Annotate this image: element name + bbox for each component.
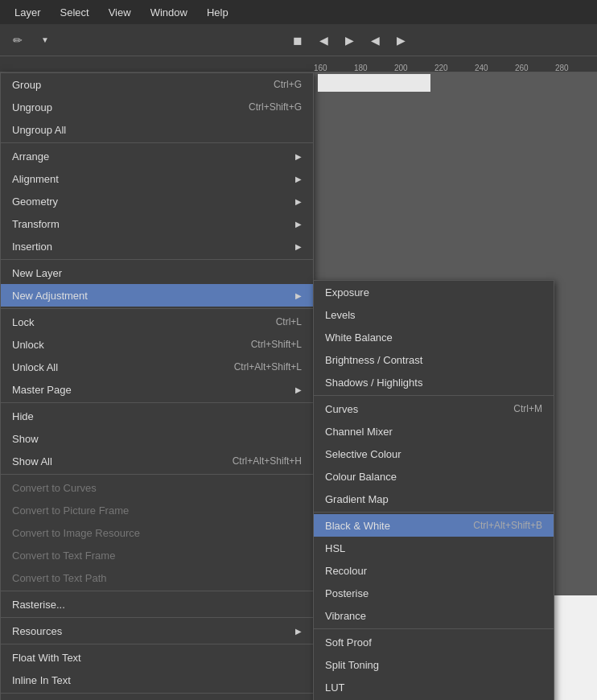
menu-item-convert-curves: Convert to Curves <box>1 476 313 499</box>
divider <box>1 142 313 143</box>
pencil-icon[interactable]: ✏ <box>6 29 29 51</box>
menu-view[interactable]: View <box>101 3 139 22</box>
menu-item-show[interactable]: Show <box>1 427 313 450</box>
ruler-tick: 160 <box>314 64 327 72</box>
arrow-icon: ▶ <box>295 152 302 161</box>
vibrance-label: Vibrance <box>325 610 366 622</box>
menu-select[interactable]: Select <box>52 3 97 22</box>
divider <box>1 402 313 403</box>
adj-shadows-highlights[interactable]: Shadows / Highlights <box>314 371 554 393</box>
menu-item-rasterise[interactable]: Rasterise... <box>1 593 313 616</box>
unlock-all-label: Unlock All <box>12 361 218 373</box>
channel-mixer-label: Channel Mixer <box>325 426 393 438</box>
adj-curves[interactable]: Curves Ctrl+M <box>314 397 554 420</box>
transform-label: Transform <box>12 218 295 230</box>
lut-label: LUT <box>325 681 345 694</box>
toolbar-btn-5[interactable]: ▶ <box>389 29 412 51</box>
convert-image-label: Convert to Image Resource <box>12 527 302 539</box>
toolbar-btn-2[interactable]: ◀ <box>312 29 335 51</box>
dropdown-icon[interactable]: ▼ <box>34 29 56 51</box>
layer-menu: Group Ctrl+G Ungroup Ctrl+Shift+G Ungrou… <box>0 72 314 700</box>
new-adjustment-label: New Adjustment <box>12 290 295 302</box>
show-all-label: Show All <box>12 455 216 467</box>
ruler-tick: 280 <box>555 64 569 72</box>
adj-colour-balance[interactable]: Colour Balance <box>314 465 554 488</box>
menu-item-master-page[interactable]: Master Page ▶ <box>1 378 313 401</box>
white-balance-label: White Balance <box>325 331 393 344</box>
menu-help[interactable]: Help <box>199 3 237 22</box>
ungroup-label: Ungroup <box>12 101 233 113</box>
menu-item-insertion[interactable]: Insertion ▶ <box>1 235 313 257</box>
adjustment-submenu: Exposure Levels White Balance Brightness… <box>313 280 554 700</box>
adj-selective-colour[interactable]: Selective Colour <box>314 443 554 465</box>
menu-item-float-text[interactable]: Float With Text <box>1 646 313 669</box>
menu-item-transform[interactable]: Transform ▶ <box>1 212 313 235</box>
adj-brightness-contrast[interactable]: Brightness / Contrast <box>314 348 554 371</box>
lock-label: Lock <box>12 316 260 328</box>
adj-recolour[interactable]: Recolour <box>314 559 554 582</box>
rasterise-label: Rasterise... <box>12 599 302 611</box>
menu-item-unlock-all[interactable]: Unlock All Ctrl+Alt+Shift+L <box>1 356 313 378</box>
show-label: Show <box>12 433 302 445</box>
adj-vibrance[interactable]: Vibrance <box>314 604 554 627</box>
toolbar-btn-3[interactable]: ▶ <box>338 29 360 51</box>
menu-item-hide[interactable]: Hide <box>1 405 313 427</box>
menu-item-show-all[interactable]: Show All Ctrl+Alt+Shift+H <box>1 450 313 472</box>
menu-item-ungroup-all[interactable]: Ungroup All <box>1 118 313 141</box>
curves-label: Curves <box>325 403 358 415</box>
adj-exposure[interactable]: Exposure <box>314 281 554 303</box>
ruler: 160 180 200 220 240 260 280 <box>0 56 597 72</box>
float-text-label: Float With Text <box>12 652 302 664</box>
menu-item-arrange[interactable]: Arrange ▶ <box>1 145 313 167</box>
adj-white-balance[interactable]: White Balance <box>314 326 554 348</box>
adj-hsl[interactable]: HSL <box>314 537 554 559</box>
menu-item-lock[interactable]: Lock Ctrl+L <box>1 311 313 333</box>
adj-gradient-map[interactable]: Gradient Map <box>314 488 554 510</box>
inline-text-label: Inline In Text <box>12 674 302 686</box>
menu-item-fill-mode[interactable]: Fill Mode ▶ <box>1 695 313 700</box>
menu-item-alignment[interactable]: Alignment ▶ <box>1 167 313 190</box>
soft-proof-label: Soft Proof <box>325 636 372 649</box>
menu-item-inline-text[interactable]: Inline In Text <box>1 669 313 691</box>
menu-item-convert-picture: Convert to Picture Frame <box>1 499 313 521</box>
menu-item-group[interactable]: Group Ctrl+G <box>1 73 313 96</box>
arrow-icon: ▶ <box>295 385 302 394</box>
adj-black-white[interactable]: Black & White Ctrl+Alt+Shift+B <box>314 514 554 537</box>
arrow-icon: ▶ <box>295 242 302 251</box>
menu-item-geometry[interactable]: Geometry ▶ <box>1 190 313 212</box>
master-page-label: Master Page <box>12 384 295 396</box>
menu-item-new-adjustment[interactable]: New Adjustment ▶ <box>1 284 313 307</box>
toolbar-btn-1[interactable]: ◼ <box>286 29 309 51</box>
adj-posterise[interactable]: Posterise <box>314 582 554 604</box>
menu-item-new-layer[interactable]: New Layer <box>1 261 313 284</box>
adj-levels[interactable]: Levels <box>314 303 554 326</box>
ruler-ticks: 160 180 200 220 240 260 280 <box>314 56 597 72</box>
menu-window[interactable]: Window <box>142 3 196 22</box>
toolbar-btn-4[interactable]: ◀ <box>364 29 386 51</box>
menu-layer[interactable]: Layer <box>6 3 49 22</box>
adj-divider <box>314 628 554 629</box>
group-shortcut: Ctrl+G <box>274 79 302 90</box>
unlock-all-shortcut: Ctrl+Alt+Shift+L <box>234 361 302 373</box>
divider <box>1 308 313 309</box>
menu-bar: Layer Select View Window Help <box>0 0 597 24</box>
adj-soft-proof[interactable]: Soft Proof <box>314 631 554 653</box>
ungroup-all-label: Ungroup All <box>12 124 302 136</box>
adj-lut[interactable]: LUT <box>314 676 554 698</box>
menu-item-ungroup[interactable]: Ungroup Ctrl+Shift+G <box>1 96 313 118</box>
adj-divider <box>314 512 554 513</box>
divider <box>1 617 313 618</box>
menu-item-unlock[interactable]: Unlock Ctrl+Shift+L <box>1 333 313 356</box>
divider <box>1 644 313 644</box>
search-input[interactable] <box>318 74 430 92</box>
insertion-label: Insertion <box>12 241 295 253</box>
adj-split-toning[interactable]: Split Toning <box>314 653 554 676</box>
split-toning-label: Split Toning <box>325 659 379 671</box>
show-all-shortcut: Ctrl+Alt+Shift+H <box>233 455 302 467</box>
geometry-label: Geometry <box>12 196 295 208</box>
convert-picture-label: Convert to Picture Frame <box>12 504 302 517</box>
menu-item-resources[interactable]: Resources ▶ <box>1 620 313 642</box>
curves-shortcut: Ctrl+M <box>513 403 542 414</box>
convert-text-frame-label: Convert to Text Frame <box>12 550 302 562</box>
adj-channel-mixer[interactable]: Channel Mixer <box>314 420 554 443</box>
